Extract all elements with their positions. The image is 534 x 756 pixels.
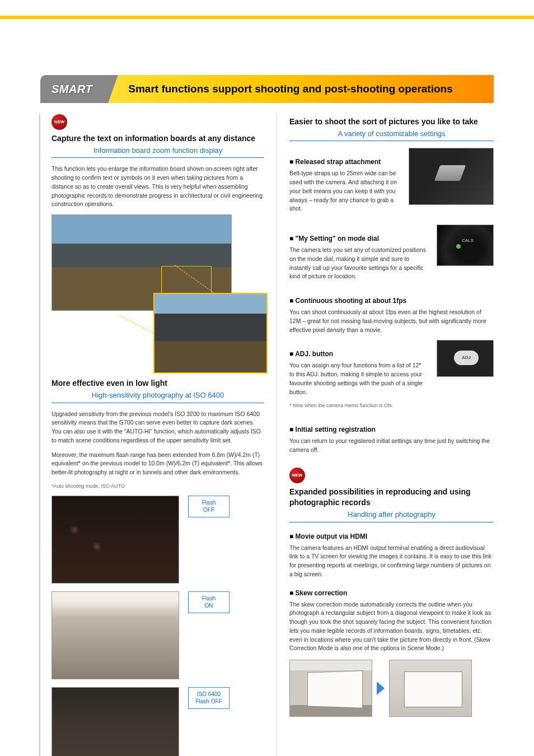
columns: NEW Capture the text on information boar… — [51, 114, 494, 756]
sub-heading: ■ Continuous shooting at about 1fps — [289, 296, 494, 306]
section-banner: Smart functions support shooting and pos… — [108, 75, 494, 103]
feature-title: Capture the text on information boards a… — [51, 133, 264, 144]
zoom-illustration — [51, 214, 264, 366]
feature-title: Expanded possibilities in reproducing an… — [289, 487, 494, 508]
sub-heading: ■ Skew correction — [289, 588, 494, 598]
sample-row: ISO 6400 Flash OFF — [51, 687, 264, 756]
left-column: NEW Capture the text on information boar… — [51, 114, 277, 756]
sample-photo-flash-off — [51, 496, 179, 584]
feature-title: More effective even in low light — [51, 378, 264, 389]
sample-photo-flash-on — [51, 591, 179, 679]
content-wrap: NEW Capture the text on information boar… — [39, 114, 494, 756]
construction-zoom-photo — [153, 293, 268, 374]
body-text: This function lets you enlarge the infor… — [51, 165, 264, 209]
adj-button-photo — [437, 340, 494, 377]
body-text: Moreover, the maximum flash range has be… — [51, 451, 264, 477]
feature-subtitle: High-sensitivity photography at ISO 6400 — [51, 390, 264, 403]
skew-correction-illustration — [289, 660, 494, 717]
strap-photo — [409, 148, 494, 205]
footnote: *Auto shooting mode, ISO AUTO — [51, 483, 264, 491]
sample-label: Flash OFF — [188, 496, 229, 517]
body-text: The skew correction mode automatically c… — [289, 600, 494, 654]
sample-label: ISO 6400 Flash OFF — [188, 687, 229, 709]
sample-photo-iso6400 — [51, 687, 179, 756]
sub-heading: ■ Released strap attachment — [289, 157, 400, 167]
section-header: SMART Smart functions support shooting a… — [40, 75, 494, 103]
sub-heading: ■ ADJ. button — [289, 349, 428, 359]
body-text: You can return to your registered initia… — [289, 437, 494, 455]
sample-label: Flash ON — [188, 591, 229, 613]
feature-subtitle: Handling after photography — [289, 509, 494, 522]
feature-subtitle: A variety of customizable settings — [289, 128, 494, 142]
body-text: Belt-type straps up to 25mm wide can be … — [289, 169, 400, 213]
whiteboard-before-photo — [289, 660, 372, 717]
whiteboard-after-photo — [389, 660, 472, 717]
sub-heading: ■ Movie output via HDMI — [289, 531, 494, 542]
sample-row: Flash ON — [51, 591, 264, 679]
new-badge: NEW — [51, 114, 67, 130]
sub-heading: ■ "My Setting" on mode dial — [289, 234, 428, 244]
body-text: Upgraded sensitivity from the previous m… — [51, 410, 264, 445]
right-column: Easier to shoot the sort of pictures you… — [277, 114, 494, 756]
body-text: You can shoot continuously at about 1fps… — [289, 308, 494, 334]
sample-row: Flash OFF — [51, 496, 264, 584]
new-badge: NEW — [289, 468, 305, 483]
sub-heading: ■ Initial setting registration — [289, 424, 494, 435]
body-text: You can assign any four functions from a… — [289, 361, 428, 396]
body-text: The camera features an HDMI output termi… — [289, 544, 494, 579]
footnote: * Nine when the camera memo function is … — [289, 402, 428, 410]
body-text: The camera lets you set any of customize… — [289, 246, 428, 281]
mode-dial-photo — [437, 225, 494, 266]
feature-title: Easier to shoot the sort of pictures you… — [289, 116, 494, 127]
page-content: SMART Smart functions support shooting a… — [0, 19, 534, 756]
arrow-right-icon — [377, 682, 385, 695]
section-tab: SMART — [40, 75, 108, 103]
feature-subtitle: Information board zoom function display — [51, 145, 264, 158]
